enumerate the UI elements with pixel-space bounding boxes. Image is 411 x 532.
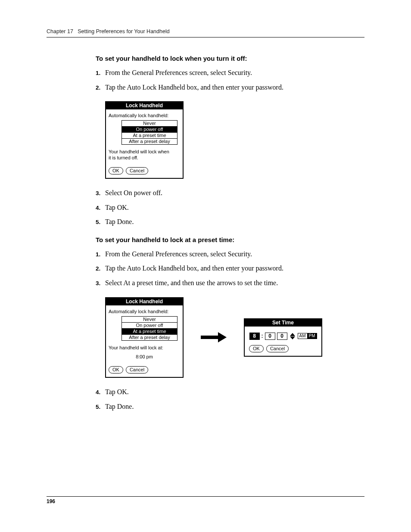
option-after-preset-delay[interactable]: After a preset delay — [121, 138, 177, 145]
running-header: Chapter 17 Setting Preferences for Your … — [47, 28, 364, 37]
time-colon: : — [262, 333, 263, 339]
step-item: 2.Tap the Auto Lock Handheld box, and th… — [96, 263, 364, 274]
dialog-message: Your handheld will lock at: — [109, 345, 180, 351]
step-item: 4.Tap OK. — [96, 202, 364, 213]
step-text: Select On power off. — [105, 187, 364, 199]
minute-ones-field[interactable]: 0 — [277, 333, 287, 340]
preset-time-value: 8:00 pm — [109, 354, 180, 360]
lock-handheld-dialog: Lock Handheld Automatically lock handhel… — [105, 101, 184, 179]
chapter-label: Chapter 17 — [47, 28, 73, 34]
step-number: 4. — [96, 386, 105, 398]
content-area: To set your handheld to lock when you tu… — [96, 55, 364, 412]
step-text: Tap OK. — [105, 386, 364, 398]
step-number: 1. — [96, 67, 105, 78]
page-number: 196 — [47, 498, 55, 504]
option-on-power-off[interactable]: On power off — [121, 322, 177, 329]
step-list: 1.From the General Preferences screen, s… — [96, 67, 364, 93]
option-never[interactable]: Never — [121, 316, 177, 323]
section-heading: To set your handheld to lock when you tu… — [96, 55, 364, 62]
step-number: 3. — [96, 187, 105, 199]
step-item: 5.Tap Done. — [96, 401, 364, 412]
option-on-power-off[interactable]: On power off — [121, 126, 177, 133]
dialog-buttons: OK Cancel — [109, 366, 180, 373]
step-item: 3.Select At a preset time, and then use … — [96, 277, 364, 289]
dialog-message: Your handheld will lock when it is turne… — [109, 149, 180, 161]
option-never[interactable]: Never — [121, 120, 177, 127]
time-spinner — [290, 333, 295, 339]
minute-tens-field[interactable]: 0 — [265, 333, 275, 340]
section-heading: To set your handheld to lock at a preset… — [96, 236, 364, 243]
dialog-title: Lock Handheld — [106, 298, 183, 305]
option-at-preset-time[interactable]: At a preset time — [121, 132, 177, 139]
figure: Lock Handheld Automatically lock handhel… — [105, 101, 364, 179]
hour-field[interactable]: 8 — [249, 333, 260, 340]
step-item: 1.From the General Preferences screen, s… — [96, 67, 364, 78]
step-text: From the General Preferences screen, sel… — [105, 67, 364, 78]
arrow-down-icon[interactable] — [290, 336, 295, 339]
set-time-dialog: Set Time 8 : 0 0 AM PM — [244, 318, 322, 357]
dialog-title: Set Time — [245, 319, 321, 327]
cancel-button[interactable]: Cancel — [266, 345, 289, 352]
ampm-toggle: AM PM — [298, 333, 317, 339]
dialog-buttons: OK Cancel — [249, 345, 319, 352]
step-number: 2. — [96, 82, 105, 93]
dialog-message-line: Your handheld will lock at: — [109, 345, 163, 350]
ok-button[interactable]: OK — [109, 167, 123, 174]
am-option[interactable]: AM — [298, 333, 308, 339]
step-number: 2. — [96, 263, 105, 274]
ok-button[interactable]: OK — [109, 366, 123, 373]
figure-row: Lock Handheld Automatically lock handhel… — [105, 297, 364, 378]
dialog-body: Automatically lock handheld: Never On po… — [106, 305, 183, 377]
time-row: 8 : 0 0 AM PM — [247, 333, 319, 340]
dialog-title: Lock Handheld — [106, 102, 183, 109]
option-list: Never On power off At a preset time Afte… — [121, 120, 177, 145]
pm-option[interactable]: PM — [308, 333, 317, 339]
step-list: 1.From the General Preferences screen, s… — [96, 249, 364, 289]
step-number: 5. — [96, 216, 105, 227]
dialog-prompt: Automatically lock handheld: — [109, 309, 180, 314]
ok-button[interactable]: OK — [249, 345, 264, 352]
step-text: Tap Done. — [105, 401, 364, 412]
dialog-buttons: OK Cancel — [109, 167, 180, 174]
dialog-body: Automatically lock handheld: Never On po… — [106, 109, 183, 178]
option-at-preset-time[interactable]: At a preset time — [121, 328, 177, 335]
cancel-button[interactable]: Cancel — [126, 167, 148, 174]
step-item: 2.Tap the Auto Lock Handheld box, and th… — [96, 82, 364, 93]
step-item: 1.From the General Preferences screen, s… — [96, 249, 364, 260]
step-text: Tap the Auto Lock Handheld box, and then… — [105, 263, 364, 274]
arrow-right-icon — [201, 334, 227, 341]
dialog-prompt: Automatically lock handheld: — [109, 113, 180, 118]
lock-handheld-dialog: Lock Handheld Automatically lock handhel… — [105, 297, 184, 378]
step-number: 5. — [96, 401, 105, 412]
option-after-preset-delay[interactable]: After a preset delay — [121, 334, 177, 341]
step-list: 3.Select On power off. 4.Tap OK. 5.Tap D… — [96, 187, 364, 227]
arrow-up-icon[interactable] — [290, 333, 295, 336]
step-number: 1. — [96, 249, 105, 260]
step-text: Tap Done. — [105, 216, 364, 227]
dialog-message-line: it is turned off. — [109, 155, 138, 160]
step-text: Tap the Auto Lock Handheld box, and then… — [105, 82, 364, 93]
step-text: Select At a preset time, and then use th… — [105, 277, 364, 289]
dialog-message-line: Your handheld will lock when — [109, 149, 169, 154]
dialog-body: 8 : 0 0 AM PM OK — [245, 327, 321, 356]
step-item: 3.Select On power off. — [96, 187, 364, 199]
step-item: 4.Tap OK. — [96, 386, 364, 398]
step-number: 4. — [96, 202, 105, 213]
page-footer: 196 — [47, 496, 364, 504]
chapter-title: Setting Preferences for Your Handheld — [78, 28, 169, 34]
step-number: 3. — [96, 277, 105, 289]
manual-page: Chapter 17 Setting Preferences for Your … — [0, 0, 411, 532]
step-text: Tap OK. — [105, 202, 364, 213]
option-list: Never On power off At a preset time Afte… — [121, 316, 177, 341]
cancel-button[interactable]: Cancel — [126, 366, 148, 373]
step-list: 4.Tap OK. 5.Tap Done. — [96, 386, 364, 412]
step-text: From the General Preferences screen, sel… — [105, 249, 364, 260]
step-item: 5.Tap Done. — [96, 216, 364, 227]
